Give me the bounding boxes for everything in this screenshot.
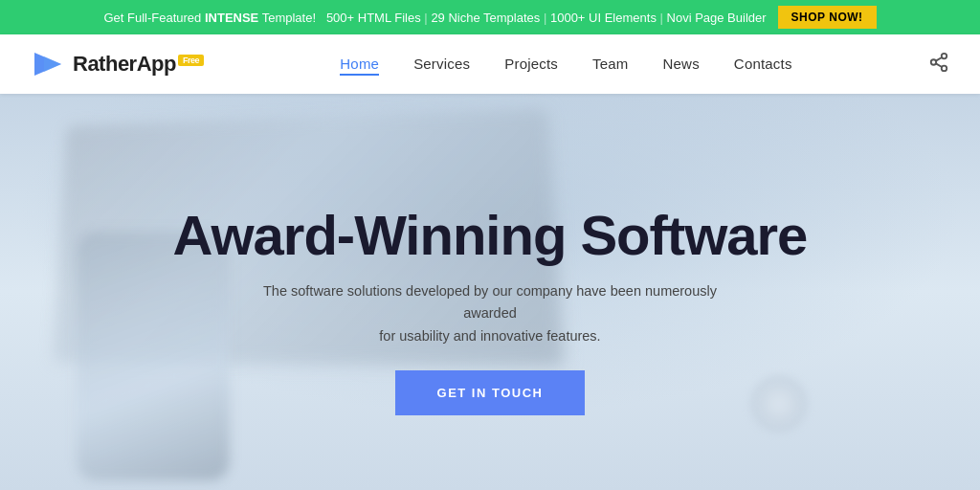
nav-item-contacts[interactable]: Contacts (734, 56, 792, 73)
banner-cta-button[interactable]: SHOP NOW! (778, 6, 877, 29)
nav-links: Home Services Projects Team News Contact… (340, 56, 791, 73)
banner-stat-1: 500+ HTML Files (326, 11, 421, 25)
nav-link-team[interactable]: Team (592, 56, 628, 72)
nav-item-home[interactable]: Home (340, 56, 379, 73)
nav-link-contacts[interactable]: Contacts (734, 56, 792, 72)
banner-divider-3: | (660, 11, 663, 25)
hero-content: Award-Winning Software The software solu… (173, 207, 808, 414)
svg-marker-1 (44, 56, 61, 72)
hero-title: Award-Winning Software (173, 207, 808, 265)
logo-name: RatherAppFree (73, 52, 204, 77)
hero-section: Award-Winning Software The software solu… (0, 94, 980, 490)
banner-divider-1: | (424, 11, 427, 25)
logo-icon (31, 47, 65, 81)
banner-divider-2: | (544, 11, 546, 25)
nav-link-services[interactable]: Services (413, 56, 470, 72)
nav-link-home[interactable]: Home (340, 56, 379, 76)
logo-badge: Free (178, 55, 204, 66)
hero-subtitle: The software solutions developed by our … (251, 280, 729, 347)
svg-line-5 (936, 63, 942, 67)
hero-cta-button[interactable]: GET IN TOUCH (395, 370, 586, 415)
logo-name-text: RatherApp (73, 52, 176, 76)
svg-line-6 (936, 56, 942, 60)
nav-item-services[interactable]: Services (413, 56, 470, 73)
nav-item-team[interactable]: Team (592, 56, 628, 73)
share-icon[interactable] (928, 52, 949, 78)
banner-brand: INTENSE (205, 11, 258, 25)
banner-stat-2: 29 Niche Templates (431, 11, 540, 25)
banner-stat-3: 1000+ UI Elements (550, 11, 657, 25)
navbar: RatherAppFree Home Services Projects Tea… (0, 34, 980, 94)
top-banner: Get Full-Featured INTENSE Template! 500+… (0, 0, 980, 34)
nav-item-news[interactable]: News (663, 56, 700, 73)
logo-area: RatherAppFree (31, 47, 204, 81)
nav-link-projects[interactable]: Projects (504, 56, 558, 72)
nav-link-news[interactable]: News (663, 56, 700, 72)
banner-text: Get Full-Featured INTENSE Template! 500+… (103, 11, 766, 25)
nav-item-projects[interactable]: Projects (504, 56, 558, 73)
banner-stat-4: Novi Page Builder (667, 11, 767, 25)
